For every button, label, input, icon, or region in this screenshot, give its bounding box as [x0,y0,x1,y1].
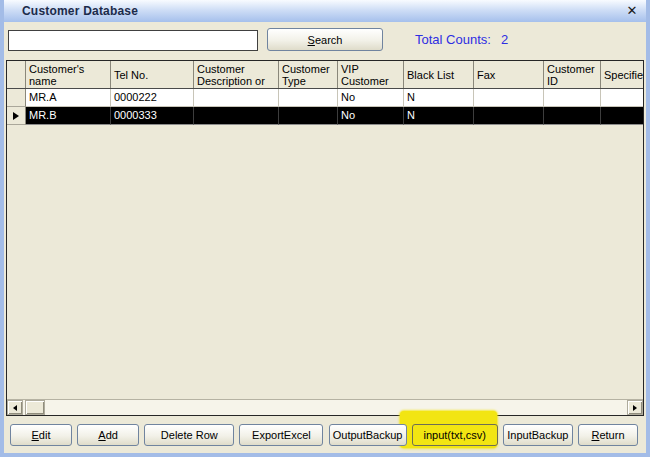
button-bar: EditAddDelete RowExportExcelOutputBackup… [6,424,642,446]
scroll-left-button[interactable] [7,400,23,415]
input-txt-csv-button[interactable]: input(txt,csv) [412,424,498,446]
arrow-right-icon [633,405,637,411]
grid-cell[interactable] [544,107,601,125]
delete-row-button[interactable]: Delete Row [144,424,234,446]
grid-cell[interactable] [194,107,279,125]
grid-rows: MR.A0000222NoNMR.B0000333NoN [7,89,643,125]
scrollbar-thumb[interactable] [25,400,45,415]
header-cell-label: Black List [407,69,454,81]
grid-cell[interactable] [544,89,601,107]
search-button[interactable]: Search [267,28,383,51]
grid-cell[interactable]: 0000222 [111,89,194,107]
header-cell[interactable]: Fax [474,61,544,88]
arrow-left-icon [13,405,17,411]
table-row[interactable]: MR.A0000222NoN [7,89,643,107]
header-cell-label: Fax [477,69,495,81]
header-cell[interactable]: Black List [404,61,474,88]
grid-cell[interactable] [279,107,338,125]
current-row-arrow-icon [13,112,19,120]
header-cell[interactable]: Customer Description or [194,61,279,88]
header-cell[interactable]: Tel No. [111,61,194,88]
header-cell-label: Customer Description or [197,63,276,87]
window-content: Search Total Counts:2 Customer's nameTel… [4,22,646,453]
export-excel-button[interactable]: ExportExcel [239,424,323,446]
grid-cell[interactable]: N [404,89,474,107]
grid-cell[interactable]: 0000333 [111,107,194,125]
total-counts-label: Total Counts: [415,32,491,47]
grid-cell[interactable] [474,89,544,107]
header-cell-label: Customer ID [547,63,598,87]
grid-cell[interactable] [474,107,544,125]
row-selector[interactable] [7,107,26,125]
input-backup-button[interactable]: InputBackup [503,424,573,446]
total-counts: Total Counts:2 [415,32,508,47]
header-cell[interactable]: Customer Type [279,61,338,88]
header-cell[interactable]: VIP Customer [338,61,404,88]
table-row[interactable]: MR.B0000333NoN [7,107,643,125]
grid-cell[interactable]: No [338,89,404,107]
header-cell-label: Customer's name [29,63,108,87]
scroll-right-button[interactable] [627,400,643,415]
grid-empty-area [7,125,643,399]
grid-cell[interactable]: MR.A [26,89,111,107]
close-icon[interactable]: ✕ [624,3,640,19]
header-cell[interactable]: Customer ID [544,61,601,88]
total-counts-value: 2 [501,32,508,47]
grid-cell[interactable] [194,89,279,107]
return-button[interactable]: Return [578,424,638,446]
add-button[interactable]: Add [77,424,139,446]
grid-cell[interactable] [601,107,643,125]
search-input[interactable] [8,30,258,51]
grid-header: Customer's nameTel No.Customer Descripti… [7,61,643,89]
horizontal-scrollbar[interactable] [7,399,643,415]
grid-cell[interactable] [601,89,643,107]
output-backup-button[interactable]: OutputBackup [329,424,407,446]
header-cell-label: Tel No. [114,69,148,81]
header-selector-cell[interactable] [7,61,26,88]
edit-button[interactable]: Edit [10,424,72,446]
customer-data-grid: Customer's nameTel No.Customer Descripti… [6,60,644,416]
title-bar[interactable]: Customer Database ✕ [0,0,650,22]
header-cell[interactable]: Specified Seat ID [601,61,643,88]
row-selector[interactable] [7,89,26,107]
header-cell-label: Customer Type [282,63,335,87]
header-cell-label: Specified Seat ID [604,69,643,81]
customer-database-window: Customer Database ✕ Search Total Counts:… [0,0,650,457]
header-cell[interactable]: Customer's name [26,61,111,88]
grid-cell[interactable]: N [404,107,474,125]
grid-cell[interactable]: MR.B [26,107,111,125]
header-cell-label: VIP Customer [341,63,401,87]
grid-cell[interactable] [279,89,338,107]
grid-cell[interactable]: No [338,107,404,125]
window-title: Customer Database [22,4,138,18]
